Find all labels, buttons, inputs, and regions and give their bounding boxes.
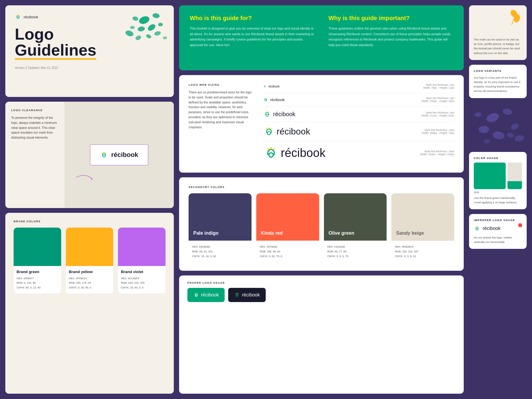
svg-point-6 [145, 34, 152, 39]
logo-xl-icon [263, 145, 279, 161]
kinda-red-swatch: Kinda red HEX: #FF6040 RGB: 255, 96, 64 … [256, 193, 319, 262]
svg-line-20 [105, 153, 106, 153]
svg-point-0 [138, 15, 150, 25]
secondary-swatches-list: Pale indigo HEX: #403D66 RGB: 64, 61, 10… [189, 193, 454, 262]
sandy-beige-swatch: Sandy beige HEX: #E5DECF RGB: 220, 222, … [391, 193, 454, 262]
logo-sizing-demos: récibook Mark line thickness: 2px Width:… [263, 83, 454, 164]
arrow-decoration [73, 171, 97, 184]
svg-line-48 [238, 293, 239, 294]
brand-yellow-swatch: Brand yellow HEX: #FFB21A RGB: 255, 178,… [66, 228, 113, 293]
middle-column: Who is this guide for? This booklet is d… [179, 5, 464, 394]
sizing-title: LOGO WEB SIZING [189, 83, 254, 86]
brand-yellow-codes: HEX: #FFB21A RGB: 255, 178, 26 CMYK: 0, … [69, 276, 111, 290]
color-bar-overflow [507, 163, 522, 181]
svg-line-23 [264, 85, 264, 86]
svg-point-41 [195, 295, 197, 296]
color-bar-small [507, 163, 522, 189]
svg-line-43 [195, 293, 195, 294]
proper-logo-dark-icon [234, 292, 240, 298]
brand-colors-title: BRAND COLORS [14, 220, 166, 223]
logo-variants-text: Our logo is a key part of our brand iden… [474, 75, 522, 93]
brand-color-swatches: Brand green HEX: #009977 RGB: 0, 134, 99… [14, 228, 166, 293]
svg-point-57 [474, 112, 481, 117]
svg-point-29 [266, 114, 268, 116]
logo-lg-info: Mark line thickness: 12px Width: 468px ·… [421, 129, 454, 134]
mark-usage-card: The mark can be used on its own as an ic… [469, 5, 527, 60]
logo-variants-card: LOGO VARIANTS Our logo is a key part of … [469, 65, 527, 98]
svg-line-47 [236, 293, 236, 294]
brand-violet-swatch: Brand violet HEX: #CC66FF RGB: 204, 102,… [118, 228, 166, 293]
pale-indigo-name: Pale indigo [193, 231, 218, 236]
color-usage-bars-container [474, 163, 522, 189]
kinda-red-info: HEX: #FF6040 RGB: 255, 96, 64 CMYK: 0, 6… [256, 241, 319, 262]
left-column: récibook Logo Guidelines Version 2 Updat… [5, 5, 174, 394]
brand-green-info: Brand green HEX: #009977 RGB: 0, 134, 99… [14, 266, 61, 293]
wheat-icon-area [469, 5, 527, 33]
logo-md-icon [263, 110, 271, 118]
color-usage-text: Use the brand green intentionally. Avoid… [474, 196, 522, 205]
svg-point-33 [267, 132, 271, 135]
brand-yellow-info: Brand yellow HEX: #FFB21A RGB: 255, 178,… [66, 266, 113, 293]
brand-name: récibook [24, 15, 38, 19]
logo-demo-xs: récibook Mark line thickness: 2px Width:… [263, 83, 454, 93]
logo-demo-md: récibook Mark line thickness: 8px Width:… [263, 110, 454, 122]
pale-indigo-color: Pale indigo [189, 193, 252, 241]
svg-point-55 [510, 122, 520, 130]
logo-clearance-box: récibook [90, 144, 148, 166]
svg-point-58 [514, 134, 525, 142]
color-pct-label: 20% [474, 191, 522, 194]
olive-green-name: Olive green [329, 231, 354, 236]
sandy-beige-name: Sandy beige [396, 231, 424, 236]
svg-point-25 [265, 100, 267, 101]
logo-xs-text: récibook [268, 85, 280, 88]
logo-lg-icon [263, 126, 275, 137]
guide-who-section: Who is this guide for? This booklet is d… [190, 15, 314, 48]
proper-logo-title: PROPER LOGO USAGE [187, 281, 455, 284]
right-column: The mark can be used on its own as an ic… [469, 5, 527, 394]
svg-point-5 [137, 26, 145, 32]
color-usage-card: COLOR USAGE 20% Use the brand green inte… [469, 152, 527, 209]
pale-indigo-info: HEX: #403D66 RGB: 64, 61, 102 CMYK: 15, … [189, 241, 252, 262]
brand-violet-info: Brand violet HEX: #CC66FF RGB: 204, 102,… [118, 266, 166, 293]
sizing-body: There are no predetermined sizes for the… [189, 90, 254, 129]
svg-line-64 [478, 227, 479, 227]
secondary-colors-title: SECONDARY COLORS [189, 186, 454, 189]
color-bar-large [474, 163, 506, 189]
kinda-red-name: Kinda red [261, 231, 283, 236]
svg-line-19 [102, 153, 103, 153]
improper-logo-demo: récibook [474, 225, 522, 232]
svg-point-3 [132, 16, 139, 22]
olive-green-info: HEX: #4A5445 RGB: 69, 77, 69 CMYK: 5, 0,… [324, 241, 387, 262]
improper-logo-icon [474, 225, 480, 232]
mark-usage-text: The mark can be used on its own as an ic… [474, 37, 522, 55]
clearance-body: To preserve the integrity of the logo, a… [11, 115, 59, 140]
olive-green-color: Olive green [324, 193, 387, 241]
secondary-colors-card: SECONDARY COLORS Pale indigo HEX: #403D6… [179, 177, 464, 271]
proper-logo-demos: récibook récibook [187, 288, 455, 302]
svg-point-1 [152, 13, 160, 19]
svg-point-9 [163, 36, 167, 39]
logo-md-info: Mark line thickness: 8px Width: 312px · … [421, 111, 454, 117]
svg-point-56 [492, 130, 505, 140]
logo-xl-text: récibook [281, 146, 325, 160]
proper-logo-green-bg: récibook [187, 288, 225, 302]
sandy-beige-color: Sandy beige [391, 193, 454, 241]
svg-point-52 [485, 111, 500, 124]
logo-lg-text: récibook [277, 126, 310, 137]
svg-point-21 [264, 86, 265, 87]
guide-why-section: Why is this guide important? These guide… [329, 15, 453, 48]
guide-intro-card: Who is this guide for? This booklet is d… [179, 5, 464, 70]
dark-blobs-card [469, 103, 527, 147]
pale-indigo-swatch: Pale indigo HEX: #403D66 RGB: 64, 61, 10… [189, 193, 252, 262]
svg-line-31 [265, 112, 266, 113]
svg-point-37 [269, 153, 273, 157]
svg-point-4 [158, 23, 163, 26]
logo-xl-info: Mark line thickness: 16px Width: 624px ·… [420, 150, 454, 156]
logo-variants-title: LOGO VARIANTS [474, 69, 522, 72]
recibook-mark [100, 151, 108, 159]
svg-line-63 [476, 227, 476, 227]
svg-point-45 [236, 295, 238, 296]
guide-who-text: This booklet is designed to give you an … [190, 26, 314, 48]
svg-line-44 [197, 293, 198, 294]
proper-logo-dark-bg: récibook [228, 288, 265, 302]
